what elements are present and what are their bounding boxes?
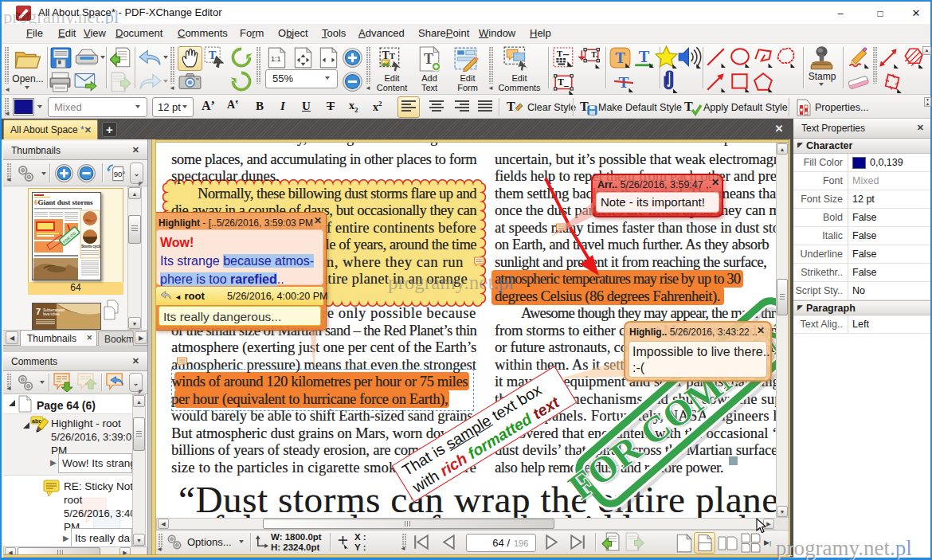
svg-text:lava tubes: lava tubes (43, 312, 60, 316)
svg-text:T_: T_ (558, 76, 569, 88)
svg-text:T: T (507, 100, 515, 113)
svg-text:7: 7 (36, 307, 41, 316)
svg-text:Storm cycles: Storm cycles (81, 245, 100, 249)
svg-text:T: T (557, 49, 562, 58)
svg-text:T.: T. (591, 50, 597, 59)
svg-text:abc: abc (32, 418, 41, 424)
svg-text:T: T (615, 49, 625, 66)
svg-text:1:1: 1:1 (271, 55, 281, 63)
svg-text:6Giant dust storms: 6Giant dust storms (34, 198, 93, 206)
svg-text:T: T (639, 48, 650, 65)
svg-text:T: T (580, 100, 589, 113)
svg-text:90°: 90° (114, 170, 126, 178)
